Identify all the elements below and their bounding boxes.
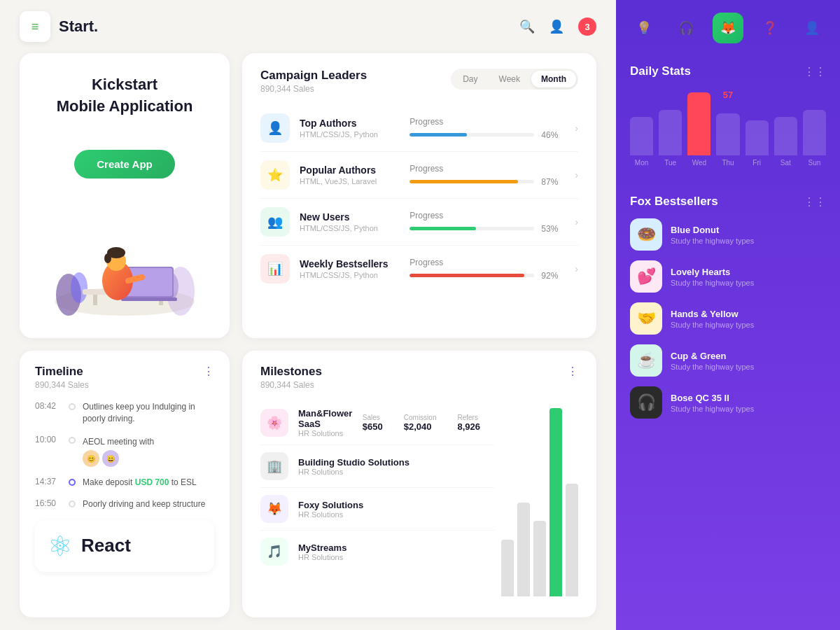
ms-name-building-studio: Building Studio Solutions (298, 457, 494, 468)
weekly-bestsellers-progress: Progress 92% (410, 258, 564, 281)
nav-icon-help[interactable]: ❓ (755, 13, 785, 43)
milestone-row-mystreams: 🎵 MyStreams HR Solutions (260, 531, 494, 573)
nav-icon-user[interactable]: 👤 (797, 13, 827, 43)
ms-info-foxy-solutions: Foxy Solutions HR Solutions (298, 500, 494, 519)
fox-bestsellers: Fox Bestsellers ⋮⋮ 🍩 Blue Donut Study th… (630, 195, 826, 419)
bar-tue: Tue (659, 110, 682, 167)
fox-info-hands-yellow: Hands & Yellow Study the highway types (671, 309, 826, 329)
daily-stats-title: Daily Stats (630, 64, 691, 78)
fox-desc-cup-green: Study the highway types (671, 363, 826, 371)
campaign-title-block: Campaign Leaders 890,344 Sales (260, 69, 367, 94)
chart-bar-5 (566, 484, 578, 596)
new-users-name: New Users (300, 211, 410, 223)
tab-day[interactable]: Day (453, 71, 487, 88)
ms-name-mystreams: MyStreams (298, 542, 494, 553)
menu-icon: ≡ (31, 20, 39, 34)
search-icon[interactable]: 🔍 (519, 19, 535, 34)
progress-fill-popular-authors (410, 180, 518, 183)
nav-icon-headphones[interactable]: 🎧 (671, 13, 701, 43)
ms-info-mystreams: MyStreams HR Solutions (298, 542, 494, 561)
popular-authors-arrow[interactable]: › (575, 169, 578, 181)
ms-sub-mystreams: HR Solutions (298, 553, 494, 561)
ms-stat-sales: Sales $650 (363, 414, 383, 432)
milestones-header: Milestones 890,344 Sales ⋮ (260, 365, 578, 390)
fox-bestsellers-more-icon[interactable]: ⋮⋮ (804, 195, 826, 209)
timeline-more-icon[interactable]: ⋮ (203, 365, 214, 378)
fox-bestsellers-title: Fox Bestsellers (630, 195, 718, 209)
top-authors-arrow[interactable]: › (575, 122, 578, 134)
tab-week[interactable]: Week (489, 71, 530, 88)
fox-thumb-lovely-hearts: 💕 (630, 260, 662, 293)
weekly-bestsellers-name: Weekly Bestsellers (300, 258, 410, 270)
timeline-dot-4 (69, 500, 76, 507)
timeline-header: Timeline 890,344 Sales ⋮ (35, 365, 214, 390)
timeline-event-3: 14:37 Make deposit USD 700 to ESL (35, 477, 214, 489)
ms-icon-man-flower: 🌸 (260, 409, 288, 437)
fox-item-bose-qc35: 🎧 Bose QC 35 II Study the highway types (630, 386, 826, 419)
svg-point-14 (104, 253, 111, 263)
new-users-tech: HTML/CSS/JS, Python (300, 224, 410, 232)
weekly-bestsellers-arrow[interactable]: › (575, 263, 578, 274)
sidebar-top-nav: 💡 🎧 🦊 ❓ 👤 (616, 0, 840, 50)
avatar-1: 😊 (83, 450, 99, 467)
campaign-tabs: Day Week Month (451, 69, 578, 90)
fox-thumb-cup-green: ☕ (630, 344, 662, 377)
svg-line-15 (128, 277, 142, 281)
milestones-subtitle: 890,344 Sales (260, 380, 322, 390)
tab-month[interactable]: Month (531, 71, 576, 88)
fox-name-lovely-hearts: Lovely Hearts (671, 267, 826, 277)
fox-name-blue-donut: Blue Donut (671, 225, 826, 235)
react-label: React (81, 535, 131, 556)
nav-icon-lightbulb[interactable]: 💡 (629, 13, 659, 43)
fox-desc-hands-yellow: Study the highway types (671, 321, 826, 329)
milestone-row-foxy-solutions: 🦊 Foxy Solutions HR Solutions (260, 488, 494, 531)
new-users-arrow[interactable]: › (575, 216, 578, 227)
weekly-bestsellers-icon: 📊 (260, 254, 290, 284)
svg-rect-6 (93, 295, 97, 305)
campaign-subtitle: 890,344 Sales (260, 84, 367, 94)
milestones-content: 🌸 Man&Flower SaaS HR Solutions Sales $65… (260, 401, 578, 603)
sidebar: 💡 🎧 🦊 ❓ 👤 Daily Stats ⋮⋮ 57 Mon Tue (616, 0, 840, 630)
daily-stats-more-icon[interactable]: ⋮⋮ (804, 65, 826, 78)
illustration (41, 211, 209, 323)
campaign-row-top-authors: 👤 Top Authors HTML/CSS/JS, Python Progre… (260, 105, 578, 152)
top-authors-name: Top Authors (300, 118, 410, 129)
milestones-more-icon[interactable]: ⋮ (567, 365, 578, 378)
milestones-title-block: Milestones 890,344 Sales (260, 365, 322, 390)
chart-bar-2 (517, 503, 530, 597)
bar-fri: Fri (746, 120, 769, 167)
notification-badge[interactable]: 3 (578, 18, 596, 36)
timeline-subtitle: 890,344 Sales (35, 380, 89, 390)
fox-info-cup-green: Cup & Green Study the highway types (671, 351, 826, 371)
user-icon[interactable]: 👤 (549, 19, 564, 34)
timeline-avatars: 😊 😄 (83, 450, 154, 467)
main-area: ≡ Start. 🔍 👤 3 Kickstart Mobile Applicat… (0, 0, 616, 630)
header-left: ≡ Start. (20, 11, 98, 42)
bar-thu: Thu (716, 113, 739, 167)
fox-desc-bose-qc35: Study the highway types (671, 405, 826, 413)
campaign-row-new-users: 👥 New Users HTML/CSS/JS, Python Progress… (260, 199, 578, 246)
avatar-2: 😄 (102, 450, 119, 467)
nav-icon-fox[interactable]: 🦊 (713, 13, 743, 43)
weekly-bestsellers-info: Weekly Bestsellers HTML/CSS/JS, Python (300, 258, 410, 279)
fox-desc-lovely-hearts: Study the highway types (671, 279, 826, 287)
sidebar-content: Daily Stats ⋮⋮ 57 Mon Tue Wed (616, 50, 840, 630)
react-icon: ⚛ (48, 530, 73, 562)
campaign-header: Campaign Leaders 890,344 Sales Day Week … (260, 69, 578, 94)
campaign-row-popular-authors: ⭐ Popular Authors HTML, VueJS, Laravel P… (260, 152, 578, 199)
create-app-button[interactable]: Create App (74, 150, 174, 178)
chart-bar-3 (533, 521, 546, 596)
popular-authors-info: Popular Authors HTML, VueJS, Laravel (300, 164, 410, 186)
fox-desc-blue-donut: Study the highway types (671, 237, 826, 245)
new-users-info: New Users HTML/CSS/JS, Python (300, 211, 410, 232)
progress-fill-weekly-bestsellers (410, 274, 524, 277)
ms-stat-refers: Refers 8,926 (457, 414, 480, 432)
timeline-title: Timeline (35, 365, 89, 379)
fox-name-cup-green: Cup & Green (671, 351, 826, 361)
fox-item-blue-donut: 🍩 Blue Donut Study the highway types (630, 218, 826, 251)
ms-icon-mystreams: 🎵 (260, 538, 288, 566)
top-authors-icon: 👤 (260, 113, 290, 143)
fox-thumb-bose-qc35: 🎧 (630, 386, 662, 419)
bar-sat: Sat (774, 117, 797, 167)
fox-item-lovely-hearts: 💕 Lovely Hearts Study the highway types (630, 260, 826, 293)
